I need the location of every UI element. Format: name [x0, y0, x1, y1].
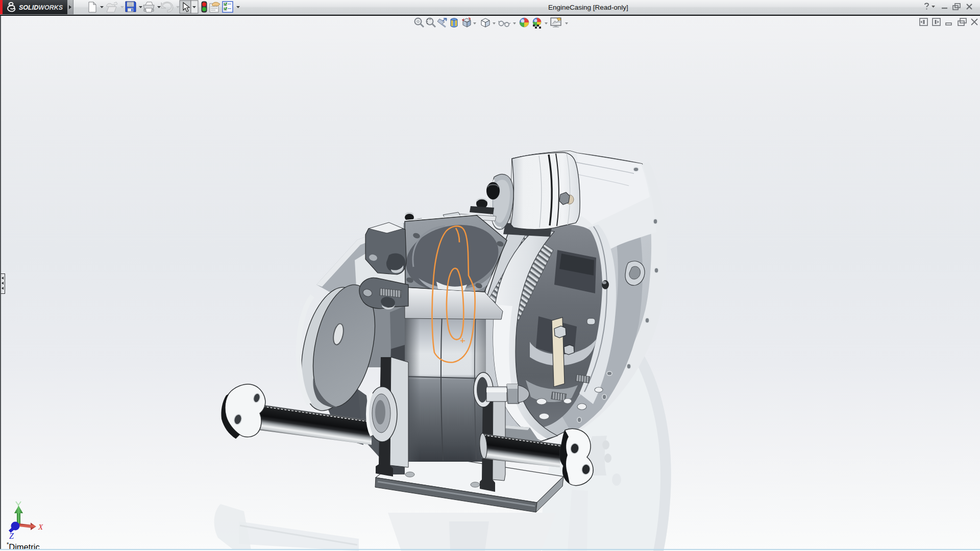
svg-text:Z: Z	[9, 532, 14, 540]
svg-text:X: X	[38, 523, 43, 531]
